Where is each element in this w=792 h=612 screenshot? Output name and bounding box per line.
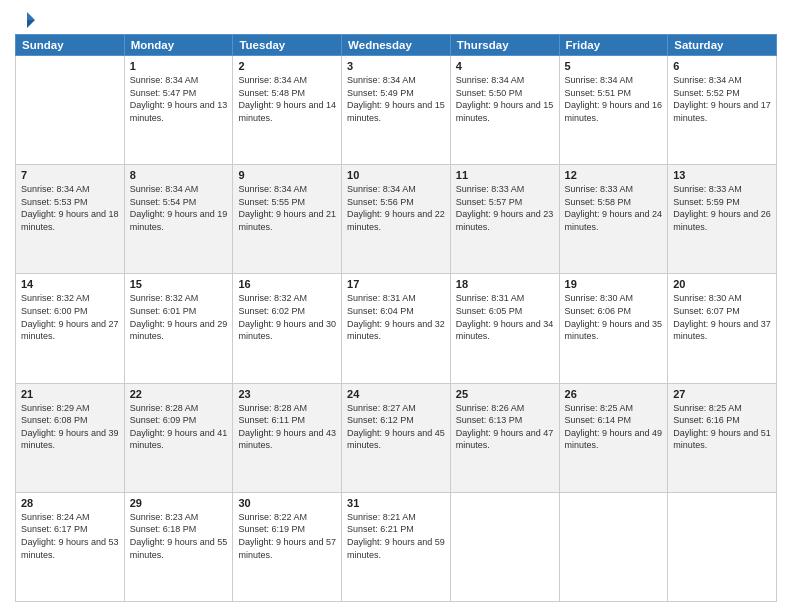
day-number: 19: [565, 278, 663, 290]
calendar-cell: 11 Sunrise: 8:33 AMSunset: 5:57 PMDaylig…: [450, 165, 559, 274]
day-number: 29: [130, 497, 228, 509]
calendar-cell: 27 Sunrise: 8:25 AMSunset: 6:16 PMDaylig…: [668, 383, 777, 492]
calendar-cell: 7 Sunrise: 8:34 AMSunset: 5:53 PMDayligh…: [16, 165, 125, 274]
sunrise-text: Sunrise: 8:34 AMSunset: 5:49 PMDaylight:…: [347, 75, 445, 123]
sunrise-text: Sunrise: 8:34 AMSunset: 5:56 PMDaylight:…: [347, 184, 445, 232]
day-number: 11: [456, 169, 554, 181]
day-number: 27: [673, 388, 771, 400]
day-number: 24: [347, 388, 445, 400]
calendar-week-1: 1 Sunrise: 8:34 AMSunset: 5:47 PMDayligh…: [16, 56, 777, 165]
col-thursday: Thursday: [450, 35, 559, 56]
calendar-cell: 26 Sunrise: 8:25 AMSunset: 6:14 PMDaylig…: [559, 383, 668, 492]
calendar-table: Sunday Monday Tuesday Wednesday Thursday…: [15, 34, 777, 602]
day-number: 8: [130, 169, 228, 181]
col-monday: Monday: [124, 35, 233, 56]
sunrise-text: Sunrise: 8:34 AMSunset: 5:54 PMDaylight:…: [130, 184, 228, 232]
calendar-cell: 5 Sunrise: 8:34 AMSunset: 5:51 PMDayligh…: [559, 56, 668, 165]
sunrise-text: Sunrise: 8:34 AMSunset: 5:50 PMDaylight:…: [456, 75, 554, 123]
sunrise-text: Sunrise: 8:22 AMSunset: 6:19 PMDaylight:…: [238, 512, 336, 560]
calendar-header: Sunday Monday Tuesday Wednesday Thursday…: [16, 35, 777, 56]
calendar-cell: 12 Sunrise: 8:33 AMSunset: 5:58 PMDaylig…: [559, 165, 668, 274]
col-wednesday: Wednesday: [342, 35, 451, 56]
calendar-cell: 31 Sunrise: 8:21 AMSunset: 6:21 PMDaylig…: [342, 492, 451, 601]
calendar-cell: 18 Sunrise: 8:31 AMSunset: 6:05 PMDaylig…: [450, 274, 559, 383]
sunrise-text: Sunrise: 8:34 AMSunset: 5:51 PMDaylight:…: [565, 75, 663, 123]
sunrise-text: Sunrise: 8:32 AMSunset: 6:01 PMDaylight:…: [130, 293, 228, 341]
sunrise-text: Sunrise: 8:31 AMSunset: 6:04 PMDaylight:…: [347, 293, 445, 341]
calendar-week-4: 21 Sunrise: 8:29 AMSunset: 6:08 PMDaylig…: [16, 383, 777, 492]
svg-marker-0: [27, 12, 35, 20]
logo: [15, 10, 37, 26]
day-number: 1: [130, 60, 228, 72]
sunrise-text: Sunrise: 8:23 AMSunset: 6:18 PMDaylight:…: [130, 512, 228, 560]
calendar-cell: 16 Sunrise: 8:32 AMSunset: 6:02 PMDaylig…: [233, 274, 342, 383]
sunrise-text: Sunrise: 8:33 AMSunset: 5:59 PMDaylight:…: [673, 184, 771, 232]
day-number: 7: [21, 169, 119, 181]
day-number: 16: [238, 278, 336, 290]
sunrise-text: Sunrise: 8:33 AMSunset: 5:58 PMDaylight:…: [565, 184, 663, 232]
col-tuesday: Tuesday: [233, 35, 342, 56]
svg-marker-1: [27, 20, 35, 28]
calendar-cell: 1 Sunrise: 8:34 AMSunset: 5:47 PMDayligh…: [124, 56, 233, 165]
col-sunday: Sunday: [16, 35, 125, 56]
day-number: 28: [21, 497, 119, 509]
calendar-cell: [559, 492, 668, 601]
sunrise-text: Sunrise: 8:34 AMSunset: 5:52 PMDaylight:…: [673, 75, 771, 123]
col-saturday: Saturday: [668, 35, 777, 56]
calendar-cell: 19 Sunrise: 8:30 AMSunset: 6:06 PMDaylig…: [559, 274, 668, 383]
calendar-cell: 28 Sunrise: 8:24 AMSunset: 6:17 PMDaylig…: [16, 492, 125, 601]
sunrise-text: Sunrise: 8:26 AMSunset: 6:13 PMDaylight:…: [456, 403, 554, 451]
day-number: 30: [238, 497, 336, 509]
day-number: 6: [673, 60, 771, 72]
day-number: 4: [456, 60, 554, 72]
day-number: 2: [238, 60, 336, 72]
sunrise-text: Sunrise: 8:34 AMSunset: 5:48 PMDaylight:…: [238, 75, 336, 123]
calendar-cell: 13 Sunrise: 8:33 AMSunset: 5:59 PMDaylig…: [668, 165, 777, 274]
calendar-cell: 3 Sunrise: 8:34 AMSunset: 5:49 PMDayligh…: [342, 56, 451, 165]
sunrise-text: Sunrise: 8:28 AMSunset: 6:11 PMDaylight:…: [238, 403, 336, 451]
calendar-cell: 30 Sunrise: 8:22 AMSunset: 6:19 PMDaylig…: [233, 492, 342, 601]
sunrise-text: Sunrise: 8:30 AMSunset: 6:06 PMDaylight:…: [565, 293, 663, 341]
calendar-cell: 22 Sunrise: 8:28 AMSunset: 6:09 PMDaylig…: [124, 383, 233, 492]
page: Sunday Monday Tuesday Wednesday Thursday…: [0, 0, 792, 612]
day-number: 15: [130, 278, 228, 290]
calendar-cell: 4 Sunrise: 8:34 AMSunset: 5:50 PMDayligh…: [450, 56, 559, 165]
calendar-cell: 8 Sunrise: 8:34 AMSunset: 5:54 PMDayligh…: [124, 165, 233, 274]
sunrise-text: Sunrise: 8:24 AMSunset: 6:17 PMDaylight:…: [21, 512, 119, 560]
day-number: 12: [565, 169, 663, 181]
day-number: 21: [21, 388, 119, 400]
calendar-cell: 23 Sunrise: 8:28 AMSunset: 6:11 PMDaylig…: [233, 383, 342, 492]
calendar-cell: 29 Sunrise: 8:23 AMSunset: 6:18 PMDaylig…: [124, 492, 233, 601]
calendar-cell: [450, 492, 559, 601]
day-number: 13: [673, 169, 771, 181]
calendar-cell: 17 Sunrise: 8:31 AMSunset: 6:04 PMDaylig…: [342, 274, 451, 383]
calendar-cell: 2 Sunrise: 8:34 AMSunset: 5:48 PMDayligh…: [233, 56, 342, 165]
header-row: Sunday Monday Tuesday Wednesday Thursday…: [16, 35, 777, 56]
day-number: 17: [347, 278, 445, 290]
calendar-cell: 9 Sunrise: 8:34 AMSunset: 5:55 PMDayligh…: [233, 165, 342, 274]
calendar-cell: 24 Sunrise: 8:27 AMSunset: 6:12 PMDaylig…: [342, 383, 451, 492]
calendar-cell: 6 Sunrise: 8:34 AMSunset: 5:52 PMDayligh…: [668, 56, 777, 165]
calendar-cell: 21 Sunrise: 8:29 AMSunset: 6:08 PMDaylig…: [16, 383, 125, 492]
sunrise-text: Sunrise: 8:27 AMSunset: 6:12 PMDaylight:…: [347, 403, 445, 451]
sunrise-text: Sunrise: 8:25 AMSunset: 6:16 PMDaylight:…: [673, 403, 771, 451]
day-number: 10: [347, 169, 445, 181]
day-number: 20: [673, 278, 771, 290]
calendar-week-3: 14 Sunrise: 8:32 AMSunset: 6:00 PMDaylig…: [16, 274, 777, 383]
day-number: 22: [130, 388, 228, 400]
col-friday: Friday: [559, 35, 668, 56]
sunrise-text: Sunrise: 8:29 AMSunset: 6:08 PMDaylight:…: [21, 403, 119, 451]
day-number: 25: [456, 388, 554, 400]
sunrise-text: Sunrise: 8:32 AMSunset: 6:00 PMDaylight:…: [21, 293, 119, 341]
calendar-week-5: 28 Sunrise: 8:24 AMSunset: 6:17 PMDaylig…: [16, 492, 777, 601]
calendar-week-2: 7 Sunrise: 8:34 AMSunset: 5:53 PMDayligh…: [16, 165, 777, 274]
logo-flag-icon: [17, 10, 37, 30]
calendar-cell: 14 Sunrise: 8:32 AMSunset: 6:00 PMDaylig…: [16, 274, 125, 383]
calendar-cell: 15 Sunrise: 8:32 AMSunset: 6:01 PMDaylig…: [124, 274, 233, 383]
calendar-body: 1 Sunrise: 8:34 AMSunset: 5:47 PMDayligh…: [16, 56, 777, 602]
calendar-cell: [668, 492, 777, 601]
sunrise-text: Sunrise: 8:25 AMSunset: 6:14 PMDaylight:…: [565, 403, 663, 451]
sunrise-text: Sunrise: 8:28 AMSunset: 6:09 PMDaylight:…: [130, 403, 228, 451]
header: [15, 10, 777, 26]
day-number: 31: [347, 497, 445, 509]
